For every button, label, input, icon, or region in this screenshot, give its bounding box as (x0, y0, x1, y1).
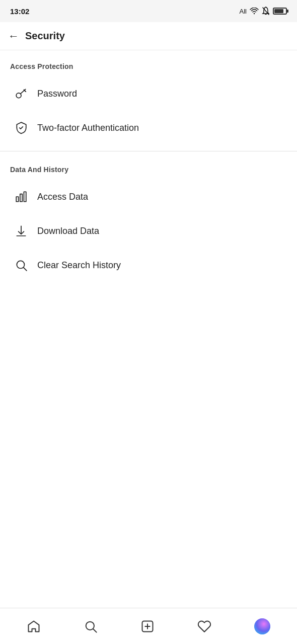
bottom-navigation (0, 608, 297, 644)
menu-label-two-factor: Two-factor Authentication (37, 123, 139, 133)
menu-item-access-data[interactable]: Access Data (10, 180, 287, 214)
back-arrow-icon: ← (8, 30, 19, 43)
header: ← Security (0, 22, 297, 50)
download-icon (12, 222, 30, 240)
avatar-image (254, 618, 270, 634)
notification-bell-icon (262, 7, 270, 16)
search-icon (12, 256, 30, 274)
svg-rect-3 (16, 197, 18, 202)
svg-rect-5 (24, 192, 26, 202)
menu-item-two-factor[interactable]: Two-factor Authentication (10, 111, 287, 145)
plus-square-icon (140, 619, 155, 633)
battery-icon (273, 8, 287, 15)
section-title-data-history: Data And History (10, 166, 287, 174)
menu-label-password: Password (37, 89, 77, 99)
shield-check-icon (12, 119, 30, 137)
svg-line-8 (24, 268, 27, 271)
svg-rect-4 (20, 194, 22, 202)
svg-line-10 (93, 629, 96, 632)
home-icon (27, 619, 41, 633)
section-title-access-protection: Access Protection (10, 62, 287, 70)
nav-item-search[interactable] (76, 615, 106, 637)
menu-item-download-data[interactable]: Download Data (10, 214, 287, 248)
status-icons: All (240, 7, 287, 16)
nav-item-profile[interactable] (246, 614, 278, 638)
svg-point-7 (17, 261, 24, 268)
page-title: Security (25, 30, 65, 42)
nav-item-favorites[interactable] (189, 615, 219, 637)
menu-label-access-data: Access Data (37, 192, 88, 202)
menu-item-clear-search-history[interactable]: Clear Search History (10, 248, 287, 282)
status-time: 13:02 (10, 7, 29, 16)
svg-point-0 (254, 13, 255, 14)
avatar-icon (254, 618, 270, 634)
nav-item-home[interactable] (19, 615, 49, 637)
section-divider (0, 151, 297, 151)
status-bar: 13:02 All (0, 0, 297, 22)
wifi-icon (250, 8, 259, 15)
heart-icon (197, 619, 211, 633)
menu-label-download-data: Download Data (37, 226, 99, 236)
back-button[interactable]: ← (8, 30, 19, 43)
section-access-protection: Access Protection Password Two- (0, 50, 297, 149)
section-data-history: Data And History Access Data Do (0, 153, 297, 286)
bar-chart-icon (12, 188, 30, 206)
key-icon (12, 85, 30, 103)
menu-label-clear-search-history: Clear Search History (37, 260, 121, 271)
content-area: Access Protection Password Two- (0, 50, 297, 608)
menu-item-password[interactable]: Password (10, 76, 287, 111)
signal-text: All (240, 8, 247, 15)
nav-item-add[interactable] (132, 615, 163, 637)
search-nav-icon (84, 619, 98, 633)
